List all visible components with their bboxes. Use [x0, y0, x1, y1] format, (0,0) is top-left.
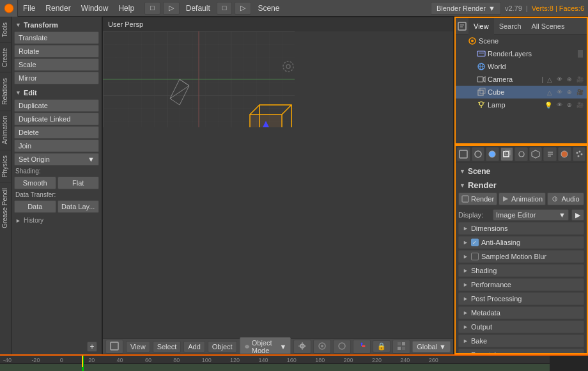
sidebar-tab-tools[interactable]: Tools [0, 17, 11, 42]
render-engine-dropdown[interactable]: Blender Render ▼ [431, 2, 501, 15]
btn-mirror[interactable]: Mirror [14, 72, 99, 84]
output-header[interactable]: ► Output [458, 320, 584, 333]
outliner-tab-allscenes[interactable]: All Scenes [527, 18, 570, 35]
bake-header[interactable]: ► Bake [458, 335, 584, 347]
outliner-camera[interactable]: Camera | △ 👁 ⊕ 🎥 [456, 73, 587, 86]
vp-global-select[interactable]: Global ▼ [412, 341, 451, 352]
lamp-vis-render[interactable]: 🎥 [575, 100, 584, 109]
vp-snap-btn[interactable] [313, 340, 331, 354]
svg-rect-83 [462, 196, 468, 202]
menu-render[interactable]: Render [40, 0, 75, 17]
workspace-icon-left[interactable]: □ [144, 2, 160, 15]
btn-join[interactable]: Join [14, 139, 99, 152]
outliner-cube[interactable]: Cube △ 👁 ⊕ 🎥 [456, 86, 587, 99]
btn-smooth[interactable]: Smooth [14, 177, 56, 189]
btn-duplicate-linked[interactable]: Duplicate Linked [14, 113, 99, 125]
timeline-ruler[interactable]: -40-200204060801001201401601802002202402… [0, 356, 588, 371]
svg-point-54 [471, 40, 474, 42]
vp-view-btn[interactable]: View [126, 341, 150, 352]
vp-render-mode-btn[interactable] [392, 340, 410, 354]
svg-point-82 [577, 155, 579, 157]
antialiasing-header[interactable]: ► ✓ Anti-Aliasing [458, 236, 584, 249]
btn-audio[interactable]: Audio [547, 193, 584, 205]
menu-window[interactable]: Window [76, 0, 114, 17]
set-origin-select[interactable]: Set Origin ▼ [14, 153, 99, 166]
vp-select-btn[interactable]: Select [153, 341, 182, 352]
outliner-lamp[interactable]: Lamp 💡 👁 ⊕ 🎥 [456, 99, 587, 111]
camera-vis-cursor[interactable]: ⊕ [565, 75, 574, 84]
btn-translate[interactable]: Translate [14, 31, 99, 44]
props-tab-modifiers[interactable] [529, 147, 543, 161]
props-tab-object[interactable] [500, 147, 514, 161]
viewport-3d[interactable]: User Persp [102, 17, 454, 354]
vp-pivot-btn[interactable] [293, 340, 311, 354]
display-arrow-btn[interactable]: ▶ [571, 209, 584, 221]
menu-file[interactable]: File [18, 0, 40, 17]
camera-vis-render[interactable]: 🎥 [575, 75, 584, 84]
cube-vis-eye[interactable]: 👁 [555, 88, 564, 97]
shading-header[interactable]: ► Shading [458, 264, 584, 277]
btn-rotate[interactable]: Rotate [14, 45, 99, 58]
history-section[interactable]: History [14, 216, 99, 225]
outliner-icon-tab[interactable] [456, 18, 468, 35]
cube-vis-render[interactable]: 🎥 [575, 88, 584, 97]
props-tab-constraints[interactable] [514, 147, 528, 161]
sidebar-tab-physics[interactable]: Physics [0, 150, 11, 182]
btn-data-lay[interactable]: Data Lay... [58, 200, 100, 213]
btn-data[interactable]: Data [14, 200, 56, 213]
cube-vis-cursor[interactable]: ⊕ [565, 88, 574, 97]
vp-manipulator-btn[interactable] [353, 340, 371, 354]
outliner-world[interactable]: World [456, 60, 587, 73]
viewport-icon-btn[interactable] [105, 340, 123, 354]
svg-line-67 [478, 102, 479, 103]
outliner-tab-view[interactable]: View [468, 18, 494, 35]
sidebar-tab-animation[interactable]: Animation [0, 110, 11, 149]
add-tools-btn[interactable]: + [87, 342, 97, 352]
lamp-vis-icons: 👁 ⊕ 🎥 [555, 100, 584, 109]
vp-object-btn[interactable]: Object [208, 341, 237, 352]
scene-icon-left[interactable]: □ [217, 2, 233, 15]
transform-header: Transform [14, 19, 99, 31]
props-tab-data[interactable] [543, 147, 557, 161]
dimensions-header[interactable]: ► Dimensions [458, 222, 584, 235]
timeline-number-200: 200 [344, 357, 353, 363]
props-tab-materials[interactable] [558, 147, 571, 161]
props-tab-particles[interactable] [573, 147, 586, 161]
workspace-icon-right[interactable]: ▷ [163, 2, 180, 15]
camera-vis-eye[interactable]: 👁 [555, 75, 564, 84]
vp-add-btn[interactable]: Add [183, 341, 205, 352]
btn-animation[interactable]: Animation [499, 193, 546, 205]
sidebar-tab-create[interactable]: Create [0, 42, 11, 72]
vp-mode-select[interactable]: Object Mode ▼ [240, 337, 291, 355]
props-tab-scene[interactable] [472, 147, 485, 161]
sidebar-tab-relations[interactable]: Relations [0, 72, 11, 110]
lamp-vis-cursor[interactable]: ⊕ [565, 100, 574, 109]
vp-proportional-btn[interactable] [333, 340, 351, 354]
antialiasing-check[interactable]: ✓ [471, 239, 479, 246]
btn-delete[interactable]: Delete [14, 126, 99, 139]
btn-duplicate[interactable]: Duplicate [14, 99, 99, 112]
metadata-header[interactable]: ► Metadata [458, 306, 584, 319]
performance-header[interactable]: ► Performance [458, 278, 584, 291]
props-tab-render[interactable] [457, 147, 470, 161]
btn-render[interactable]: Render [458, 193, 497, 205]
section-shading: ► Shading [458, 264, 584, 277]
sidebar-tab-greasepencil[interactable]: Grease Pencil [0, 182, 11, 233]
svg-rect-69 [460, 150, 467, 158]
menu-help[interactable]: Help [113, 0, 139, 17]
postprocessing-header[interactable]: ► Post Processing [458, 292, 584, 305]
scene-icon-right[interactable]: ▷ [235, 2, 251, 15]
display-select[interactable]: Image Editor ▼ [493, 209, 569, 221]
vp-lock-btn[interactable]: 🔒 [373, 340, 391, 352]
lamp-vis-eye[interactable]: 👁 [555, 100, 564, 109]
outliner-tab-search[interactable]: Search [494, 18, 527, 35]
btn-flat[interactable]: Flat [58, 177, 100, 189]
btn-scale[interactable]: Scale [14, 58, 99, 71]
props-tab-world[interactable] [486, 147, 499, 161]
props-tabs [456, 146, 587, 162]
outliner-renderlayers[interactable]: RenderLayers [456, 47, 587, 60]
freestyle-header[interactable]: ► Freestyle [458, 349, 584, 354]
motionblur-check[interactable] [471, 253, 479, 260]
motionblur-header[interactable]: ► Sampled Motion Blur [458, 250, 584, 263]
outliner-scene[interactable]: Scene [456, 35, 587, 47]
